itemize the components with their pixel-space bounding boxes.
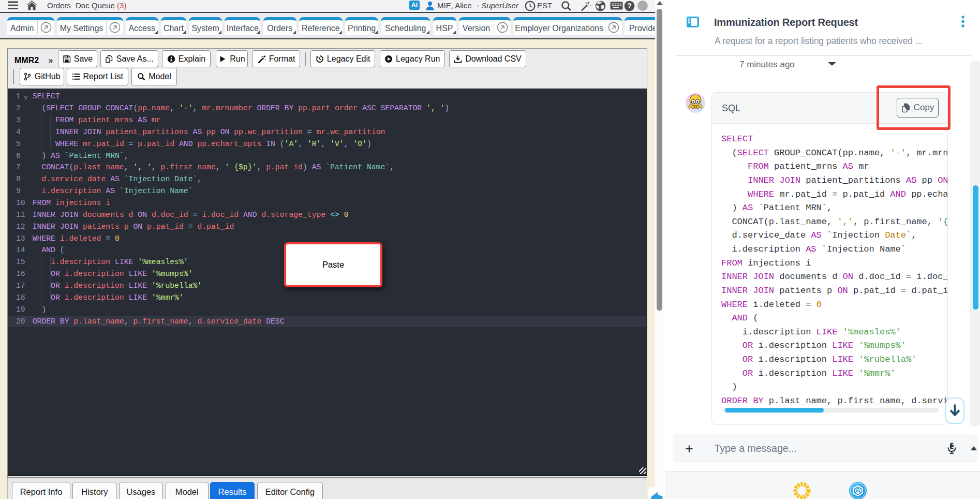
svg-text:?: ? <box>627 2 632 10</box>
